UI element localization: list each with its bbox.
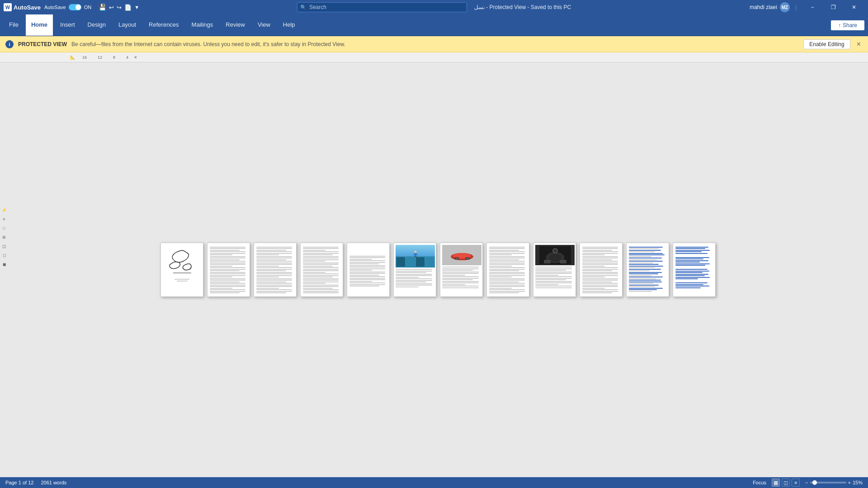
minimize-button[interactable]: −: [802, 0, 823, 14]
search-placeholder: Search: [309, 4, 326, 10]
protected-icon: i: [5, 40, 14, 48]
sidebar-icon-5[interactable]: ◫: [1, 243, 7, 249]
share-button[interactable]: ↑ Share: [831, 20, 864, 30]
user-name: mahdi ziaei: [750, 4, 777, 10]
autosave-toggle[interactable]: [69, 4, 81, 10]
title-bar: W AutoSave AutoSave ON 💾 ↩ ↪ 📄 ▼ 🔍 Searc…: [0, 0, 868, 14]
status-right: Focus ▦ ◫ ≡ − + 15%: [753, 479, 863, 487]
restore-button[interactable]: ❐: [823, 0, 844, 14]
customize-icon[interactable]: ▼: [134, 5, 139, 10]
tab-design[interactable]: Design: [82, 14, 111, 36]
close-button[interactable]: ✕: [844, 0, 864, 14]
protected-view-label: PROTECTED VIEW: [18, 41, 67, 47]
page-12[interactable]: [673, 243, 716, 297]
zoom-out-button[interactable]: −: [805, 480, 808, 485]
tab-references[interactable]: References: [143, 14, 184, 36]
svg-point-12: [466, 258, 469, 259]
web-layout-button[interactable]: ◫: [782, 479, 790, 487]
page-11[interactable]: [626, 243, 669, 297]
page-10[interactable]: [580, 243, 623, 297]
svg-rect-17: [560, 260, 566, 263]
zoom-slider[interactable]: [810, 482, 846, 483]
tab-view[interactable]: View: [252, 14, 276, 36]
svg-point-1: [415, 251, 417, 253]
search-icon: 🔍: [300, 5, 307, 10]
sidebar-icon-1[interactable]: ⚡: [1, 207, 7, 213]
svg-line-6: [416, 254, 418, 255]
svg-line-3: [414, 256, 415, 258]
tab-help[interactable]: Help: [278, 14, 301, 36]
svg-point-19: [553, 249, 557, 253]
svg-rect-2: [415, 253, 416, 256]
save-icon[interactable]: 💾: [99, 4, 106, 11]
title-center: 🔍 Search نسل - Protected View - Saved to…: [297, 2, 571, 12]
protected-view-banner: i PROTECTED VIEW Be careful—files from t…: [0, 36, 868, 52]
autosave-label: AutoSave: [44, 5, 66, 10]
word-icon: W: [4, 3, 12, 11]
page-1[interactable]: [160, 243, 203, 297]
page-4[interactable]: [300, 243, 343, 297]
page-9[interactable]: [533, 243, 576, 297]
search-box[interactable]: 🔍 Search: [297, 2, 467, 12]
page-info: Page 1 of 12: [5, 480, 33, 485]
redo-icon[interactable]: ↪: [117, 4, 122, 11]
app-name: AutoSave: [14, 4, 41, 11]
page-3[interactable]: [254, 243, 297, 297]
share-divider: |: [795, 4, 797, 10]
autosave-area: AutoSave ON: [44, 4, 91, 10]
app-logo: W AutoSave: [4, 3, 41, 11]
zoom-slider-thumb: [812, 480, 817, 485]
status-bar: Page 1 of 12 2061 words Focus ▦ ◫ ≡ − + …: [0, 477, 868, 488]
zoom-area: − + 15%: [805, 480, 863, 485]
pages-container: [160, 243, 716, 297]
zoom-level: 15%: [853, 480, 863, 485]
page-7[interactable]: [440, 243, 483, 297]
main-area: ⚡ ≡ □ ⊞ ◫ ◻ ◼: [0, 62, 868, 477]
user-area[interactable]: mahdi ziaei MZ: [750, 2, 790, 12]
tab-layout[interactable]: Layout: [113, 14, 142, 36]
sidebar-icon-2[interactable]: ≡: [1, 216, 7, 222]
ruler-marks: 📐 16 12 8 4 ✕: [70, 55, 137, 60]
word-count: 2061 words: [41, 480, 66, 485]
left-sidebar: ⚡ ≡ □ ⊞ ◫ ◻ ◼: [0, 62, 8, 477]
autosave-state: ON: [84, 5, 92, 10]
tab-review[interactable]: Review: [220, 14, 250, 36]
page-5[interactable]: [347, 243, 390, 297]
ruler-close-icon[interactable]: ✕: [134, 55, 137, 60]
page-6[interactable]: [393, 243, 436, 297]
enable-editing-button[interactable]: Enable Editing: [803, 39, 850, 49]
sidebar-icon-4[interactable]: ⊞: [1, 234, 7, 240]
new-doc-icon[interactable]: 📄: [124, 4, 132, 11]
undo-icon[interactable]: ↩: [109, 4, 114, 11]
tab-file[interactable]: File: [4, 14, 24, 36]
view-buttons: ▦ ◫ ≡: [772, 479, 800, 487]
sidebar-icon-3[interactable]: □: [1, 225, 7, 231]
svg-rect-16: [544, 260, 551, 263]
avatar: MZ: [780, 2, 790, 12]
zoom-in-button[interactable]: +: [848, 480, 851, 485]
tab-mailings[interactable]: Mailings: [186, 14, 219, 36]
title-bar-left: W AutoSave AutoSave ON 💾 ↩ ↪ 📄 ▼: [4, 3, 139, 11]
window-controls: − ❐ ✕: [802, 0, 864, 14]
focus-label[interactable]: Focus: [753, 480, 766, 485]
tab-insert[interactable]: Insert: [55, 14, 80, 36]
protected-view-message: Be careful—files from the Internet can c…: [71, 41, 799, 47]
ruler: 📐 16 12 8 4 ✕: [0, 52, 868, 62]
outline-view-button[interactable]: ≡: [792, 479, 800, 487]
document-title: نسل - Protected View - Saved to this PC: [474, 4, 571, 10]
tab-home[interactable]: Home: [26, 14, 53, 36]
sidebar-icon-7[interactable]: ◼: [1, 261, 7, 267]
page-8[interactable]: [486, 243, 529, 297]
svg-line-4: [415, 256, 417, 258]
sidebar-icon-6[interactable]: ◻: [1, 252, 7, 258]
share-icon: ↑: [838, 22, 841, 28]
quick-access-toolbar: 💾 ↩ ↪ 📄 ▼: [99, 4, 139, 11]
page-2[interactable]: [207, 243, 250, 297]
ribbon: File Home Insert Design Layout Reference…: [0, 14, 868, 36]
svg-point-11: [455, 258, 458, 259]
status-left: Page 1 of 12 2061 words: [5, 480, 66, 485]
banner-close-button[interactable]: ×: [855, 40, 863, 48]
title-bar-right: mahdi ziaei MZ | − ❐ ✕: [750, 0, 864, 14]
print-layout-button[interactable]: ▦: [772, 479, 780, 487]
svg-line-5: [413, 254, 415, 255]
